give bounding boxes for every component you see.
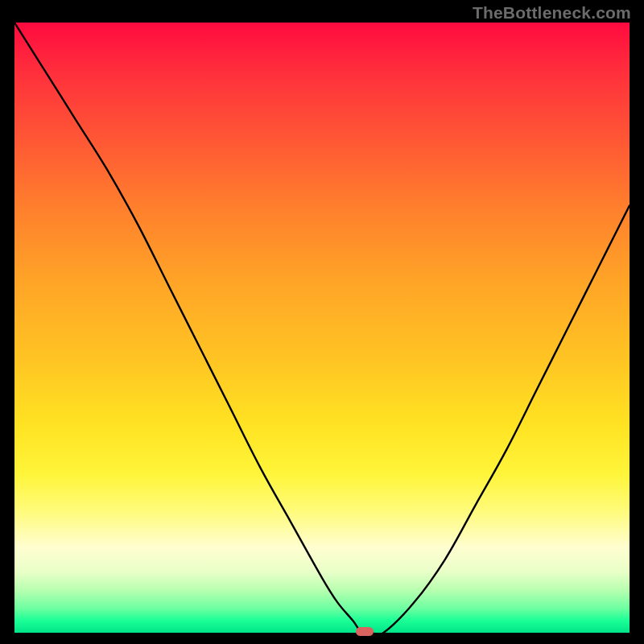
plot-area [14,23,630,633]
bottleneck-curve [14,23,630,633]
optimal-marker [356,627,374,636]
chart-frame: TheBottleneck.com [0,0,644,644]
watermark-text: TheBottleneck.com [473,3,631,23]
curve-svg [14,23,630,633]
